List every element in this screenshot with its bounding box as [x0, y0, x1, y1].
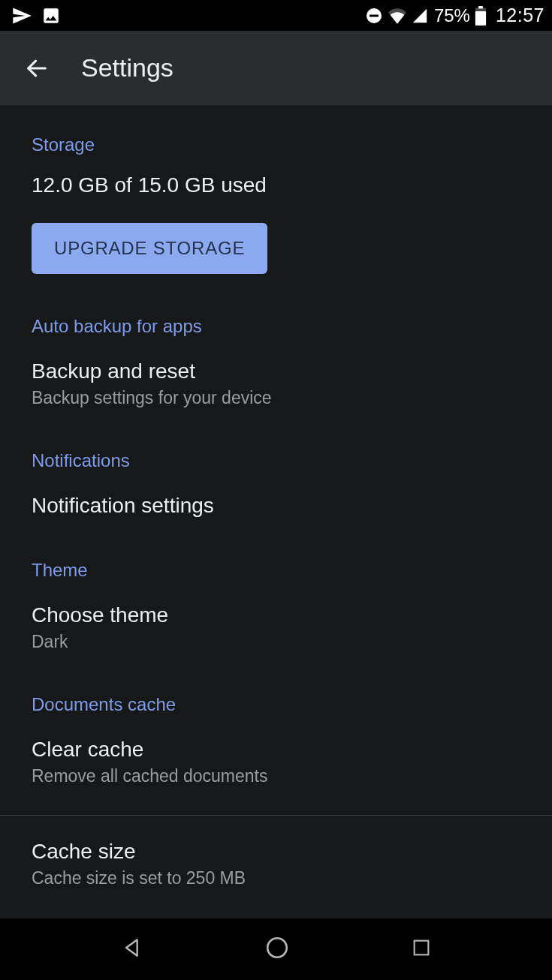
send-icon — [11, 5, 32, 26]
battery-percent: 75% — [434, 5, 470, 26]
item-choose-theme[interactable]: Choose theme Dark — [0, 603, 552, 652]
nav-back-button[interactable] — [120, 936, 144, 963]
photo-icon — [41, 6, 61, 26]
svg-point-6 — [268, 938, 288, 957]
item-notification-settings[interactable]: Notification settings — [0, 494, 552, 518]
battery-icon — [475, 6, 487, 26]
svg-rect-3 — [475, 11, 486, 26]
section-theme: Theme — [0, 560, 552, 581]
nav-recent-button[interactable] — [411, 937, 432, 961]
dnd-icon — [365, 7, 383, 25]
section-documents-cache: Documents cache — [0, 694, 552, 715]
upgrade-storage-button[interactable]: UPGRADE STORAGE — [32, 223, 267, 274]
item-title: Choose theme — [32, 603, 520, 627]
item-title: Cache size — [32, 840, 520, 864]
item-subtitle: Backup settings for your device — [32, 388, 520, 408]
item-title: Notification settings — [32, 494, 520, 518]
divider — [0, 815, 552, 816]
status-bar: 75% 12:57 — [0, 0, 552, 31]
item-subtitle: Cache size is set to 250 MB — [32, 868, 520, 888]
section-storage: Storage 12.0 GB of 15.0 GB used UPGRADE … — [0, 106, 552, 274]
section-header-storage: Storage — [32, 134, 520, 155]
item-title: Backup and reset — [32, 359, 520, 383]
clock: 12:57 — [496, 5, 544, 26]
item-title: Clear cache — [32, 738, 520, 762]
system-nav-bar — [0, 918, 552, 980]
nav-home-button[interactable] — [264, 935, 290, 963]
item-cache-size[interactable]: Cache size Cache size is set to 250 MB — [0, 840, 552, 888]
svg-rect-4 — [478, 6, 483, 9]
section-header-theme: Theme — [32, 560, 520, 581]
app-bar: Settings — [0, 31, 552, 106]
item-subtitle: Remove all cached documents — [32, 766, 520, 786]
item-subtitle: Dark — [32, 632, 520, 652]
item-backup-and-reset[interactable]: Backup and reset Backup settings for you… — [0, 359, 552, 408]
item-clear-cache[interactable]: Clear cache Remove all cached documents — [0, 738, 552, 786]
signal-icon — [412, 8, 428, 24]
section-autobackup: Auto backup for apps — [0, 316, 552, 337]
svg-rect-7 — [414, 941, 428, 955]
section-notifications: Notifications — [0, 450, 552, 471]
wifi-icon — [388, 8, 407, 24]
svg-rect-1 — [370, 14, 379, 17]
storage-usage-text: 12.0 GB of 15.0 GB used — [32, 172, 520, 199]
section-header-autobackup: Auto backup for apps — [32, 316, 520, 337]
section-header-notifications: Notifications — [32, 450, 520, 471]
back-icon[interactable] — [24, 56, 50, 81]
section-header-cache: Documents cache — [32, 694, 520, 715]
settings-list: Storage 12.0 GB of 15.0 GB used UPGRADE … — [0, 106, 552, 918]
page-title: Settings — [81, 53, 173, 83]
